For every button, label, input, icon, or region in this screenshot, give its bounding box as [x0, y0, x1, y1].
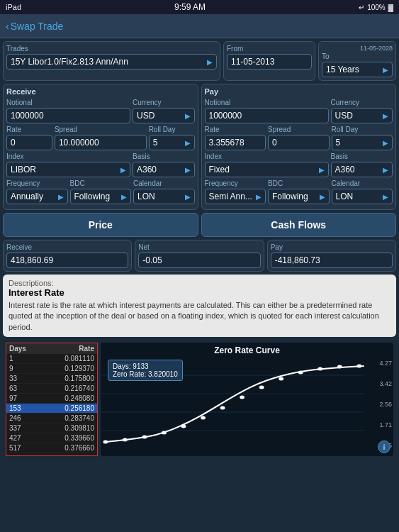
receive-rollday-value: 5 — [153, 138, 158, 148]
cash-flows-button[interactable]: Cash Flows — [201, 213, 397, 237]
receive-rollday-field[interactable]: 5 ▶ — [149, 135, 195, 150]
pay-basis-field[interactable]: A360 ▶ — [331, 162, 393, 177]
table-cell-days: 1 — [6, 354, 42, 364]
pay-result-value: -418,860.73 — [275, 255, 320, 265]
table-row[interactable]: 630.216740 — [6, 384, 97, 394]
pay-frequency-item: Frequency Semi Ann... ▶ — [205, 179, 266, 204]
table-cell-rate: 0.248080 — [42, 394, 97, 404]
receive-index-field[interactable]: LIBOR ▶ — [6, 162, 130, 177]
table-row[interactable]: 1530.256180 — [6, 404, 97, 414]
pay-frequency-arrow-icon: ▶ — [256, 193, 262, 201]
pay-bdc-field[interactable]: Following ▶ — [268, 189, 330, 204]
pay-rate-field[interactable]: 3.355678 — [205, 135, 266, 150]
table-row[interactable]: 330.175800 — [6, 374, 97, 384]
zero-rate-table: Days Rate 10.08111090.129370330.17580063… — [6, 343, 98, 456]
table-cell-days: 427 — [6, 433, 42, 443]
receive-freq-bdc-cal-row: Frequency Annually ▶ BDC Following ▶ Cal… — [6, 179, 195, 204]
receive-basis-item: Basis A360 ▶ — [133, 153, 195, 177]
svg-point-13 — [259, 386, 264, 389]
pay-notional-currency-row: Notional 1000000 Currency USD ▶ — [205, 99, 393, 123]
pay-calendar-value: LON — [336, 192, 354, 201]
pay-bdc-arrow-icon: ▶ — [320, 193, 325, 201]
price-button[interactable]: Price — [3, 213, 198, 237]
action-row: Price Cash Flows — [3, 213, 396, 237]
chart-tooltip: Days: 9133 Zero Rate: 3.820010 — [108, 360, 183, 381]
to-value-field[interactable]: 15 Years ▶ — [322, 62, 393, 77]
receive-notional-field[interactable]: 1000000 — [6, 108, 130, 123]
pay-bdc-value: Following — [272, 192, 308, 201]
from-label: From — [227, 45, 312, 52]
table-row[interactable]: 970.248080 — [6, 394, 97, 404]
table-cell-days: 153 — [6, 404, 42, 414]
info-icon[interactable]: i — [378, 440, 390, 453]
receive-basis-label: Basis — [133, 153, 195, 160]
to-label: To — [322, 52, 393, 60]
svg-point-11 — [220, 406, 225, 410]
results-row: Receive 418,860.69 Net -0.05 Pay -418,86… — [3, 240, 396, 272]
table-row[interactable]: 90.129370 — [6, 364, 97, 374]
chart-y-labels: 4.27 3.42 2.56 1.71 0.85 — [379, 360, 392, 449]
pay-currency-arrow-icon: ▶ — [383, 112, 388, 120]
table-row[interactable]: 5170.376660 — [6, 443, 97, 453]
pay-index-arrow-icon: ▶ — [319, 166, 325, 174]
pay-rate-spread-rollday-row: Rate 3.355678 Spread 0 Roll Day 5 ▶ — [205, 126, 393, 150]
back-button[interactable]: ‹ Swap Trade — [6, 21, 63, 32]
pay-spread-field[interactable]: 0 — [268, 135, 330, 150]
receive-frequency-field[interactable]: Annually ▶ — [6, 189, 68, 204]
pay-notional-field[interactable]: 1000000 — [205, 108, 329, 123]
receive-bdc-item: BDC Following ▶ — [70, 179, 132, 204]
receive-index-label: Index — [6, 153, 130, 160]
pay-bdc-label: BDC — [268, 179, 330, 187]
receive-bdc-field[interactable]: Following ▶ — [70, 189, 132, 204]
receive-rate-field[interactable]: 0 — [6, 135, 52, 150]
receive-frequency-label: Frequency — [6, 179, 68, 187]
receive-currency-arrow-icon: ▶ — [185, 112, 191, 120]
pay-notional-item: Notional 1000000 — [205, 99, 329, 123]
pay-index-basis-row: Index Fixed ▶ Basis A360 ▶ — [205, 153, 393, 177]
table-row[interactable]: 4270.339660 — [6, 433, 97, 443]
pay-rate-value: 3.355678 — [209, 138, 245, 148]
battery-label: 100% — [367, 4, 386, 11]
receive-currency-value: USD — [137, 111, 154, 121]
receive-spread-field[interactable]: 10.000000 — [55, 135, 147, 150]
receive-basis-field[interactable]: A360 ▶ — [133, 162, 195, 177]
receive-spread-value: 10.000000 — [59, 138, 99, 148]
y-label-3: 1.71 — [379, 421, 392, 428]
pay-spread-item: Spread 0 — [268, 126, 330, 150]
to-value: 15 Years — [326, 65, 359, 74]
pay-notional-value: 1000000 — [209, 111, 242, 121]
receive-index-item: Index LIBOR ▶ — [6, 153, 130, 177]
table-row[interactable]: 10.081110 — [6, 354, 97, 364]
receive-basis-value: A360 — [137, 165, 157, 174]
pay-basis-value: A360 — [335, 165, 355, 174]
pay-spread-label: Spread — [268, 126, 330, 133]
receive-result-value: 418,860.69 — [11, 255, 53, 265]
receive-currency-field[interactable]: USD ▶ — [133, 108, 195, 123]
from-panel: From 11-05-2013 — [223, 41, 315, 81]
pay-rollday-field[interactable]: 5 ▶ — [332, 135, 393, 150]
pay-index-field[interactable]: Fixed ▶ — [205, 162, 329, 177]
receive-calendar-field[interactable]: LON ▶ — [133, 189, 195, 204]
receive-result-field: 418,860.69 — [6, 253, 128, 268]
trades-value-field[interactable]: 15Y Libor1.0/Fix2.813 Ann/Ann ▶ — [6, 54, 217, 70]
from-value-field[interactable]: 11-05-2013 — [227, 54, 312, 70]
receive-rollday-arrow-icon: ▶ — [185, 139, 191, 147]
receive-rollday-label: Roll Day — [149, 126, 195, 133]
receive-rate-spread-rollday-row: Rate 0 Spread 10.000000 Roll Day 5 ▶ — [6, 126, 195, 150]
table-cell-rate: 0.283740 — [42, 414, 97, 423]
pay-rate-label: Rate — [205, 126, 266, 133]
pay-basis-item: Basis A360 ▶ — [331, 153, 393, 177]
receive-index-value: LIBOR — [11, 165, 36, 174]
pay-calendar-field[interactable]: LON ▶ — [332, 189, 393, 204]
table-row[interactable]: 3370.309810 — [6, 423, 97, 433]
pay-frequency-field[interactable]: Semi Ann... ▶ — [205, 189, 266, 204]
to-arrow-icon: ▶ — [383, 66, 388, 74]
pay-currency-field[interactable]: USD ▶ — [331, 108, 393, 123]
pay-rollday-label: Roll Day — [332, 126, 393, 133]
table-cell-rate: 0.129370 — [42, 364, 97, 374]
table-cell-days: 63 — [6, 384, 42, 394]
receive-frequency-item: Frequency Annually ▶ — [6, 179, 68, 204]
receive-spread-item: Spread 10.000000 — [55, 126, 147, 150]
table-row[interactable]: 2460.283740 — [6, 414, 97, 423]
table-days-header: Days — [6, 343, 42, 354]
